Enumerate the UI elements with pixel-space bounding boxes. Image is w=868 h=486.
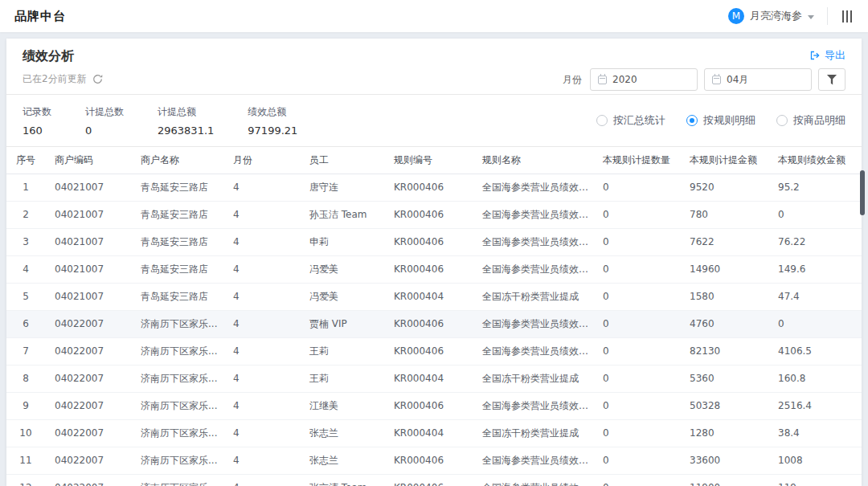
- stat-item: 记录数160: [23, 105, 51, 137]
- month-picker[interactable]: [704, 68, 812, 91]
- table-cell: 7: [6, 338, 45, 366]
- radio-icon: [686, 115, 698, 126]
- table-cell: KR000406: [384, 475, 473, 486]
- year-input[interactable]: [612, 74, 690, 85]
- table-cell: 全国海参类营业员绩效提...: [473, 311, 593, 338]
- table-cell: 4: [223, 284, 300, 311]
- performance-panel: 绩效分析 已在2分前更新: [6, 39, 862, 486]
- view-mode-group: 按汇总统计按规则明细按商品明细: [596, 113, 845, 128]
- table-row[interactable]: 1004022007济南历下区家乐...4张志兰KR000404全国冻干粉类营业…: [6, 420, 862, 447]
- table-cell: 04022007: [45, 475, 131, 486]
- filter-icon: [827, 75, 837, 85]
- topbar: 品牌中台 M 月亮湾海参: [0, 0, 868, 32]
- table-row[interactable]: 804022007济南历下区家乐...4王莉KR000404全国冻干粉类营业提成…: [6, 366, 862, 393]
- filter-row: 月份: [563, 68, 845, 91]
- table-cell: 0: [593, 447, 680, 475]
- table-row[interactable]: 304021007青岛延安三路店4申莉KR000406全国海参类营业员绩效提..…: [6, 229, 862, 256]
- table-row[interactable]: 404021007青岛延安三路店4冯爱美KR000406全国海参类营业员绩效提.…: [6, 256, 862, 284]
- stat-label: 计提总额: [158, 105, 214, 119]
- table-cell: 6: [6, 311, 45, 338]
- table-cell: KR000404: [384, 366, 473, 393]
- table-cell: 0: [593, 174, 680, 202]
- table-cell: 济南历下区家乐...: [131, 420, 223, 447]
- table-cell: 4: [223, 475, 300, 486]
- table-cell: 38.4: [768, 420, 862, 447]
- table-row[interactable]: 604022007济南历下区家乐...4贾楠 VIPKR000406全国海参类营…: [6, 311, 862, 338]
- updated-status: 已在2分前更新: [23, 72, 103, 86]
- table-cell: 0: [593, 338, 680, 366]
- year-picker[interactable]: [590, 68, 698, 91]
- table-cell: 04022007: [45, 366, 131, 393]
- table-cell: 780: [680, 202, 768, 229]
- table-cell: 2: [6, 202, 45, 229]
- table-cell: 0: [593, 475, 680, 486]
- view-mode-radio-1[interactable]: 按规则明细: [686, 113, 755, 128]
- table-row[interactable]: 704022007济南历下区家乐...4王莉KR000406全国海参类营业员绩效…: [6, 338, 862, 366]
- table-cell: 82130: [680, 338, 768, 366]
- stat-item: 计提总额2963831.1: [158, 105, 214, 137]
- panel-header-left: 绩效分析 已在2分前更新: [23, 48, 103, 86]
- table-row[interactable]: 1104022007济南历下区家乐...4张志兰KR000406全国海参类营业员…: [6, 447, 862, 475]
- table-cell: 青岛延安三路店: [131, 284, 223, 311]
- refresh-icon[interactable]: [92, 74, 103, 84]
- table-cell: 04021007: [45, 202, 131, 229]
- user-menu[interactable]: M 月亮湾海参: [728, 8, 814, 24]
- table-cell: 8: [6, 366, 45, 393]
- table-cell: 47.4: [768, 284, 862, 311]
- column-header: 员工: [300, 147, 384, 174]
- table-cell: 济南历下区家乐...: [131, 311, 223, 338]
- table-cell: 1: [6, 174, 45, 202]
- table-cell: 全国冻干粉类营业提成: [473, 284, 593, 311]
- table-cell: 0: [593, 393, 680, 420]
- table-cell: 贾楠 VIP: [300, 311, 384, 338]
- column-header: 序号: [6, 147, 45, 174]
- table-cell: 申莉: [300, 229, 384, 256]
- table-cell: 4: [223, 202, 300, 229]
- chevron-down-icon: [808, 15, 814, 19]
- table-cell: 04021007: [45, 174, 131, 202]
- topbar-right: M 月亮湾海参: [728, 7, 854, 25]
- table-cell: 4: [223, 366, 300, 393]
- table-body: 104021007青岛延安三路店4唐守连KR000406全国海参类营业员绩效提.…: [6, 174, 862, 486]
- table-cell: 12: [6, 475, 45, 486]
- table-cell: 119: [768, 475, 862, 486]
- export-label: 导出: [825, 48, 845, 63]
- table-cell: 全国海参类营业员绩效提...: [473, 202, 593, 229]
- table-cell: 0: [768, 202, 862, 229]
- month-input[interactable]: [727, 74, 804, 85]
- table-cell: 33600: [680, 447, 768, 475]
- stats-list: 记录数160计提总数0计提总额2963831.1绩效总额97199.21: [23, 105, 331, 137]
- table-cell: 4: [223, 420, 300, 447]
- table-cell: 4: [223, 174, 300, 202]
- table-cell: 全国冻干粉类营业提成: [473, 420, 593, 447]
- table-cell: 04022007: [45, 311, 131, 338]
- table-cell: 04022007: [45, 393, 131, 420]
- table-cell: 149.6: [768, 256, 862, 284]
- table-row[interactable]: 204021007青岛延安三路店4孙玉洁 TeamKR000406全国海参类营业…: [6, 202, 862, 229]
- radio-label: 按汇总统计: [613, 113, 665, 128]
- table-cell: 11: [6, 447, 45, 475]
- view-mode-radio-0[interactable]: 按汇总统计: [596, 113, 665, 128]
- table-row[interactable]: 1204022007济南历下区家乐...4张京清 TeamKR000406全国海…: [6, 475, 862, 486]
- table-cell: 0: [593, 420, 680, 447]
- performance-table: 序号商户编码商户名称月份员工规则编号规则名称本规则计提数量本规则计提金额本规则绩…: [6, 147, 862, 486]
- table-row[interactable]: 904022007济南历下区家乐...4江继美KR000406全国海参类营业员绩…: [6, 393, 862, 420]
- table-cell: 3: [6, 229, 45, 256]
- columns-menu-icon[interactable]: [841, 9, 854, 24]
- topbar-divider: [827, 7, 828, 25]
- table-cell: KR000406: [384, 447, 473, 475]
- table-cell: 2516.4: [768, 393, 862, 420]
- stat-value: 0: [85, 125, 124, 137]
- table-cell: 11900: [680, 475, 768, 486]
- export-button[interactable]: 导出: [809, 48, 845, 63]
- radio-icon: [776, 115, 788, 126]
- table-row[interactable]: 504021007青岛延安三路店4冯爱美KR000404全国冻干粉类营业提成01…: [6, 284, 862, 311]
- table-row[interactable]: 104021007青岛延安三路店4唐守连KR000406全国海参类营业员绩效提.…: [6, 174, 862, 202]
- table-cell: 青岛延安三路店: [131, 174, 223, 202]
- filter-button[interactable]: [818, 68, 845, 91]
- table-cell: 14960: [680, 256, 768, 284]
- table-cell: 0: [593, 366, 680, 393]
- view-mode-radio-2[interactable]: 按商品明细: [776, 113, 845, 128]
- export-icon: [809, 50, 821, 61]
- scrollbar-thumb[interactable]: [860, 170, 865, 215]
